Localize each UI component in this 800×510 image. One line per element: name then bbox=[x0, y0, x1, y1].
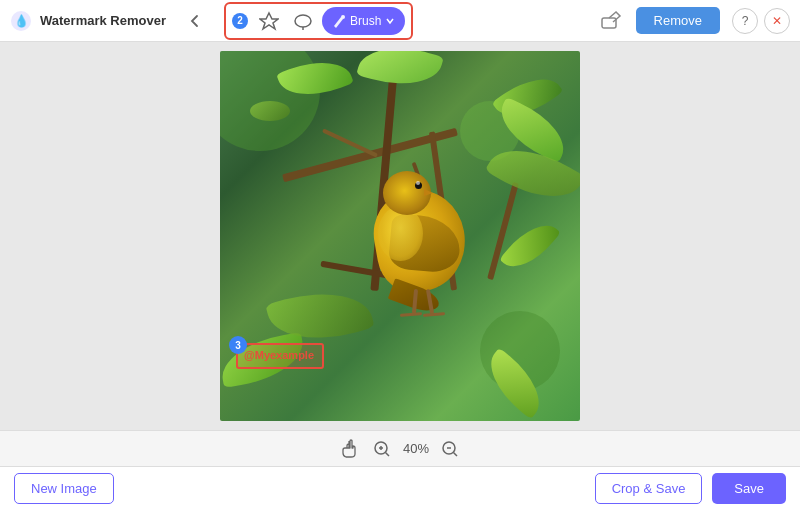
remove-button[interactable]: Remove bbox=[636, 7, 720, 34]
title-bar-left: 💧 Watermark Remover 2 bbox=[10, 2, 720, 40]
pan-tool-button[interactable] bbox=[341, 439, 361, 459]
watermark-selection[interactable]: 3 @Myexample bbox=[236, 343, 324, 369]
toolbar-container: 2 Brush bbox=[224, 2, 413, 40]
main-content: 3 @Myexample bbox=[0, 42, 800, 430]
svg-marker-2 bbox=[260, 13, 278, 29]
watermark-text-label: @Myexample bbox=[238, 347, 320, 363]
svg-rect-6 bbox=[602, 18, 616, 28]
polygon-tool-button[interactable] bbox=[254, 7, 284, 35]
nav-arrows bbox=[182, 8, 208, 34]
svg-point-3 bbox=[295, 15, 311, 27]
title-bar: 💧 Watermark Remover 2 bbox=[0, 0, 800, 42]
nav-back-button[interactable] bbox=[182, 8, 208, 34]
svg-line-10 bbox=[385, 452, 389, 456]
help-button[interactable]: ? bbox=[732, 8, 758, 34]
app-logo-icon: 💧 bbox=[10, 10, 32, 32]
zoom-in-button[interactable] bbox=[373, 440, 391, 458]
close-button[interactable]: ✕ bbox=[764, 8, 790, 34]
new-image-button[interactable]: New Image bbox=[14, 473, 114, 504]
zoom-percent: 40% bbox=[403, 441, 429, 456]
lasso-tool-button[interactable] bbox=[288, 7, 318, 35]
toolbar-badge: 2 bbox=[232, 13, 248, 29]
toolbar-right: Remove bbox=[596, 7, 720, 35]
brush-label: Brush bbox=[350, 14, 381, 28]
brush-tool-button[interactable]: Brush bbox=[322, 7, 405, 35]
app-title: Watermark Remover bbox=[40, 13, 166, 28]
canvas-wrapper: 3 @Myexample bbox=[220, 51, 580, 421]
svg-point-5 bbox=[341, 15, 345, 19]
watermark-badge: 3 bbox=[229, 336, 247, 354]
svg-line-13 bbox=[454, 452, 458, 456]
action-bar: New Image Crop & Save Save bbox=[0, 466, 800, 510]
brush-dropdown-icon bbox=[385, 16, 395, 26]
crop-save-button[interactable]: Crop & Save bbox=[595, 473, 703, 504]
zoom-out-button[interactable] bbox=[441, 440, 459, 458]
zoom-bar: 40% bbox=[0, 430, 800, 466]
action-right: Crop & Save Save bbox=[595, 473, 786, 504]
eraser-button[interactable] bbox=[596, 7, 626, 35]
save-button[interactable]: Save bbox=[712, 473, 786, 504]
window-controls: ? ✕ bbox=[732, 8, 790, 34]
image-canvas[interactable]: 3 @Myexample bbox=[220, 51, 580, 421]
svg-text:💧: 💧 bbox=[14, 13, 29, 28]
bird-beak bbox=[424, 189, 433, 196]
